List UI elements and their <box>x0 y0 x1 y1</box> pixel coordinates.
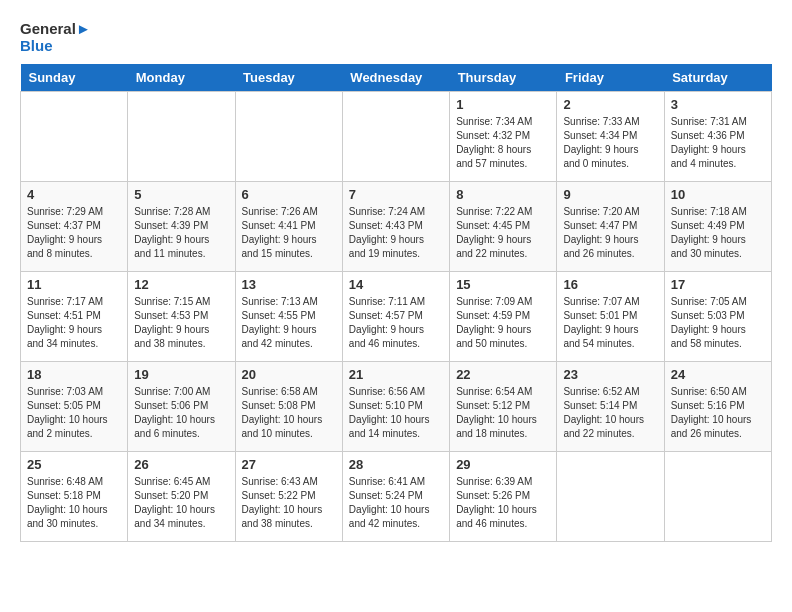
day-info: Sunrise: 7:34 AM Sunset: 4:32 PM Dayligh… <box>456 115 550 171</box>
day-info: Sunrise: 7:17 AM Sunset: 4:51 PM Dayligh… <box>27 295 121 351</box>
day-number: 28 <box>349 457 443 472</box>
day-info: Sunrise: 6:56 AM Sunset: 5:10 PM Dayligh… <box>349 385 443 441</box>
calendar-cell: 12Sunrise: 7:15 AM Sunset: 4:53 PM Dayli… <box>128 272 235 362</box>
day-info: Sunrise: 7:11 AM Sunset: 4:57 PM Dayligh… <box>349 295 443 351</box>
day-info: Sunrise: 7:00 AM Sunset: 5:06 PM Dayligh… <box>134 385 228 441</box>
day-number: 10 <box>671 187 765 202</box>
day-number: 21 <box>349 367 443 382</box>
day-number: 20 <box>242 367 336 382</box>
calendar-cell: 18Sunrise: 7:03 AM Sunset: 5:05 PM Dayli… <box>21 362 128 452</box>
day-info: Sunrise: 7:18 AM Sunset: 4:49 PM Dayligh… <box>671 205 765 261</box>
calendar-week-row: 25Sunrise: 6:48 AM Sunset: 5:18 PM Dayli… <box>21 452 772 542</box>
day-number: 27 <box>242 457 336 472</box>
day-info: Sunrise: 6:39 AM Sunset: 5:26 PM Dayligh… <box>456 475 550 531</box>
day-number: 3 <box>671 97 765 112</box>
day-number: 22 <box>456 367 550 382</box>
day-info: Sunrise: 6:54 AM Sunset: 5:12 PM Dayligh… <box>456 385 550 441</box>
calendar-cell <box>342 92 449 182</box>
day-number: 29 <box>456 457 550 472</box>
day-number: 17 <box>671 277 765 292</box>
day-info: Sunrise: 7:20 AM Sunset: 4:47 PM Dayligh… <box>563 205 657 261</box>
calendar-cell: 16Sunrise: 7:07 AM Sunset: 5:01 PM Dayli… <box>557 272 664 362</box>
calendar-cell: 9Sunrise: 7:20 AM Sunset: 4:47 PM Daylig… <box>557 182 664 272</box>
day-number: 9 <box>563 187 657 202</box>
day-info: Sunrise: 7:09 AM Sunset: 4:59 PM Dayligh… <box>456 295 550 351</box>
column-header-wednesday: Wednesday <box>342 64 449 92</box>
day-info: Sunrise: 7:13 AM Sunset: 4:55 PM Dayligh… <box>242 295 336 351</box>
calendar-week-row: 11Sunrise: 7:17 AM Sunset: 4:51 PM Dayli… <box>21 272 772 362</box>
day-number: 12 <box>134 277 228 292</box>
day-number: 23 <box>563 367 657 382</box>
day-info: Sunrise: 6:50 AM Sunset: 5:16 PM Dayligh… <box>671 385 765 441</box>
column-header-saturday: Saturday <box>664 64 771 92</box>
calendar-cell: 26Sunrise: 6:45 AM Sunset: 5:20 PM Dayli… <box>128 452 235 542</box>
calendar-cell <box>664 452 771 542</box>
day-info: Sunrise: 7:26 AM Sunset: 4:41 PM Dayligh… <box>242 205 336 261</box>
day-info: Sunrise: 6:48 AM Sunset: 5:18 PM Dayligh… <box>27 475 121 531</box>
calendar-cell <box>128 92 235 182</box>
day-info: Sunrise: 7:07 AM Sunset: 5:01 PM Dayligh… <box>563 295 657 351</box>
calendar-cell: 15Sunrise: 7:09 AM Sunset: 4:59 PM Dayli… <box>450 272 557 362</box>
calendar-week-row: 4Sunrise: 7:29 AM Sunset: 4:37 PM Daylig… <box>21 182 772 272</box>
day-number: 11 <box>27 277 121 292</box>
day-number: 26 <box>134 457 228 472</box>
calendar-cell: 27Sunrise: 6:43 AM Sunset: 5:22 PM Dayli… <box>235 452 342 542</box>
page-header: General►Blue <box>20 20 772 54</box>
day-number: 8 <box>456 187 550 202</box>
calendar-cell: 17Sunrise: 7:05 AM Sunset: 5:03 PM Dayli… <box>664 272 771 362</box>
calendar-cell <box>21 92 128 182</box>
day-number: 5 <box>134 187 228 202</box>
day-info: Sunrise: 7:05 AM Sunset: 5:03 PM Dayligh… <box>671 295 765 351</box>
calendar-cell: 20Sunrise: 6:58 AM Sunset: 5:08 PM Dayli… <box>235 362 342 452</box>
calendar-week-row: 1Sunrise: 7:34 AM Sunset: 4:32 PM Daylig… <box>21 92 772 182</box>
day-info: Sunrise: 7:22 AM Sunset: 4:45 PM Dayligh… <box>456 205 550 261</box>
calendar-cell: 2Sunrise: 7:33 AM Sunset: 4:34 PM Daylig… <box>557 92 664 182</box>
calendar-cell: 6Sunrise: 7:26 AM Sunset: 4:41 PM Daylig… <box>235 182 342 272</box>
calendar-cell: 28Sunrise: 6:41 AM Sunset: 5:24 PM Dayli… <box>342 452 449 542</box>
column-header-tuesday: Tuesday <box>235 64 342 92</box>
day-number: 6 <box>242 187 336 202</box>
day-info: Sunrise: 7:24 AM Sunset: 4:43 PM Dayligh… <box>349 205 443 261</box>
calendar-cell <box>557 452 664 542</box>
calendar-week-row: 18Sunrise: 7:03 AM Sunset: 5:05 PM Dayli… <box>21 362 772 452</box>
calendar-cell: 4Sunrise: 7:29 AM Sunset: 4:37 PM Daylig… <box>21 182 128 272</box>
calendar-cell: 23Sunrise: 6:52 AM Sunset: 5:14 PM Dayli… <box>557 362 664 452</box>
day-info: Sunrise: 6:43 AM Sunset: 5:22 PM Dayligh… <box>242 475 336 531</box>
day-info: Sunrise: 6:52 AM Sunset: 5:14 PM Dayligh… <box>563 385 657 441</box>
day-info: Sunrise: 7:29 AM Sunset: 4:37 PM Dayligh… <box>27 205 121 261</box>
day-info: Sunrise: 6:58 AM Sunset: 5:08 PM Dayligh… <box>242 385 336 441</box>
calendar-cell: 19Sunrise: 7:00 AM Sunset: 5:06 PM Dayli… <box>128 362 235 452</box>
calendar-cell: 10Sunrise: 7:18 AM Sunset: 4:49 PM Dayli… <box>664 182 771 272</box>
column-header-friday: Friday <box>557 64 664 92</box>
day-number: 16 <box>563 277 657 292</box>
calendar-cell: 25Sunrise: 6:48 AM Sunset: 5:18 PM Dayli… <box>21 452 128 542</box>
day-info: Sunrise: 7:03 AM Sunset: 5:05 PM Dayligh… <box>27 385 121 441</box>
calendar-cell: 24Sunrise: 6:50 AM Sunset: 5:16 PM Dayli… <box>664 362 771 452</box>
calendar-cell: 13Sunrise: 7:13 AM Sunset: 4:55 PM Dayli… <box>235 272 342 362</box>
calendar-cell: 3Sunrise: 7:31 AM Sunset: 4:36 PM Daylig… <box>664 92 771 182</box>
day-number: 25 <box>27 457 121 472</box>
column-header-thursday: Thursday <box>450 64 557 92</box>
day-number: 14 <box>349 277 443 292</box>
calendar-cell: 29Sunrise: 6:39 AM Sunset: 5:26 PM Dayli… <box>450 452 557 542</box>
calendar-cell <box>235 92 342 182</box>
day-number: 1 <box>456 97 550 112</box>
day-number: 15 <box>456 277 550 292</box>
logo: General►Blue <box>20 20 91 54</box>
calendar-cell: 1Sunrise: 7:34 AM Sunset: 4:32 PM Daylig… <box>450 92 557 182</box>
calendar-cell: 5Sunrise: 7:28 AM Sunset: 4:39 PM Daylig… <box>128 182 235 272</box>
day-info: Sunrise: 6:41 AM Sunset: 5:24 PM Dayligh… <box>349 475 443 531</box>
day-info: Sunrise: 7:33 AM Sunset: 4:34 PM Dayligh… <box>563 115 657 171</box>
day-number: 4 <box>27 187 121 202</box>
day-number: 18 <box>27 367 121 382</box>
day-number: 24 <box>671 367 765 382</box>
calendar-cell: 7Sunrise: 7:24 AM Sunset: 4:43 PM Daylig… <box>342 182 449 272</box>
calendar-cell: 21Sunrise: 6:56 AM Sunset: 5:10 PM Dayli… <box>342 362 449 452</box>
day-number: 13 <box>242 277 336 292</box>
day-info: Sunrise: 7:28 AM Sunset: 4:39 PM Dayligh… <box>134 205 228 261</box>
calendar-header-row: SundayMondayTuesdayWednesdayThursdayFrid… <box>21 64 772 92</box>
column-header-sunday: Sunday <box>21 64 128 92</box>
calendar-cell: 11Sunrise: 7:17 AM Sunset: 4:51 PM Dayli… <box>21 272 128 362</box>
day-info: Sunrise: 7:31 AM Sunset: 4:36 PM Dayligh… <box>671 115 765 171</box>
day-number: 19 <box>134 367 228 382</box>
